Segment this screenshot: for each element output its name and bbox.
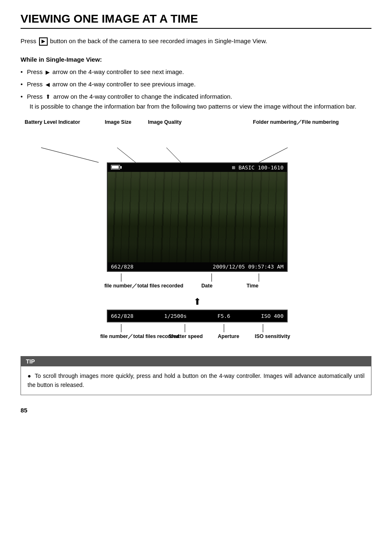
page-number: 85 (21, 407, 371, 414)
time-label: Time (247, 282, 258, 289)
bullet3-note: It is possible to change the information… (30, 103, 356, 110)
battery-fill (112, 166, 119, 169)
tip-bullet-item: To scroll through images more quickly, p… (28, 371, 364, 390)
bullet-list: Press ▶ arrow on the 4-way controller to… (21, 67, 371, 111)
screen2-aperture: F5.6 (217, 313, 230, 319)
bullet-item-next: Press ▶ arrow on the 4-way controller to… (21, 67, 371, 77)
screen2-shutter: 1/2500s (164, 313, 187, 319)
diagram-area: Battery Level Indicator Image Size Image… (21, 119, 374, 345)
image-size-label: Image Size (105, 119, 131, 125)
arrow-right-icon: ▶ (46, 69, 51, 75)
intro-suffix-text: button on the back of the camera to see … (50, 37, 267, 44)
screen1-bottom-bar: 662/828 2009/12/05 09:57:43 AM (108, 262, 287, 271)
bottom-label-row-2: file number／total files recorded Shutter… (21, 324, 374, 345)
arrow-left-icon: ◀ (46, 81, 51, 88)
svg-line-1 (117, 148, 136, 162)
bullet1-suffix: arrow on the 4-way controller to see nex… (53, 68, 184, 75)
bullet3-prefix: Press (27, 93, 42, 100)
file-number-label-1: file number／total files recorded (103, 282, 185, 289)
screen1-top-bar: ⊞ BASIC 100-1610 (108, 163, 287, 172)
tip-header: TIP (21, 357, 371, 366)
battery-icon (111, 165, 120, 169)
svg-line-0 (41, 148, 99, 162)
tip-box: TIP To scroll through images more quickl… (21, 356, 371, 395)
aperture-label: Aperture (218, 333, 239, 340)
screen1-info-right: ⊞ BASIC 100-1610 (232, 164, 284, 171)
intro-paragraph: Press ▶ button on the back of the camera… (21, 36, 371, 46)
camera-screen-1: ⊞ BASIC 100-1610 662/828 2009/12/05 09:5… (107, 162, 288, 272)
battery-level-label: Battery Level Indicator (25, 119, 80, 125)
forest-image (108, 172, 287, 262)
top-leader-lines (21, 147, 374, 163)
bottom-label-row-1: file number／total files recorded Date Ti… (21, 273, 374, 294)
arrow-updown-icon: ⬆ (46, 93, 52, 100)
screen1-file-info: 662/828 (111, 264, 134, 270)
folder-numbering-label: Folder numbering／File numbering (251, 119, 341, 125)
bullet2-suffix: arrow on the 4-way controller to see pre… (53, 81, 196, 88)
screen1-datetime: 2009/12/05 09:57:43 AM (213, 264, 284, 270)
single-image-heading: While in Single-Image View: (21, 56, 371, 63)
date-label: Date (201, 282, 212, 289)
battery-display (111, 164, 121, 171)
intro-press-text: Press (21, 37, 36, 44)
bullet1-prefix: Press (27, 68, 42, 75)
top-label-row: Battery Level Indicator Image Size Image… (21, 119, 374, 147)
bullet3-suffix: arrow on the 4-way controller to change … (53, 93, 232, 100)
iso-sensitivity-label: ISO sensitivity (255, 333, 290, 340)
play-button-icon: ▶ (39, 37, 48, 46)
svg-line-2 (166, 148, 181, 162)
screen2-bar: 662/828 1/2500s F5.6 ISO 400 (108, 310, 287, 322)
bullet-item-info: Press ⬆ arrow on the 4-way controller to… (21, 92, 371, 111)
tip-content: To scroll through images more quickly, p… (21, 366, 371, 395)
svg-line-3 (259, 148, 288, 162)
tip-bullet-list: To scroll through images more quickly, p… (28, 371, 364, 390)
screen2-iso: ISO 400 (261, 313, 284, 319)
between-screens-arrow: ⬆ (21, 296, 374, 307)
shutter-speed-label: Shutter speed (168, 333, 203, 340)
bullet2-prefix: Press (27, 81, 42, 88)
screen2-file-info: 662/828 (111, 313, 134, 319)
bullet-item-prev: Press ◀ arrow on the 4-way controller to… (21, 79, 371, 89)
image-quality-label: Image Quality (148, 119, 182, 125)
page-title: VIEWING ONE IMAGE AT A TIME (21, 12, 371, 29)
camera-screen-2: 662/828 1/2500s F5.6 ISO 400 (107, 310, 288, 322)
